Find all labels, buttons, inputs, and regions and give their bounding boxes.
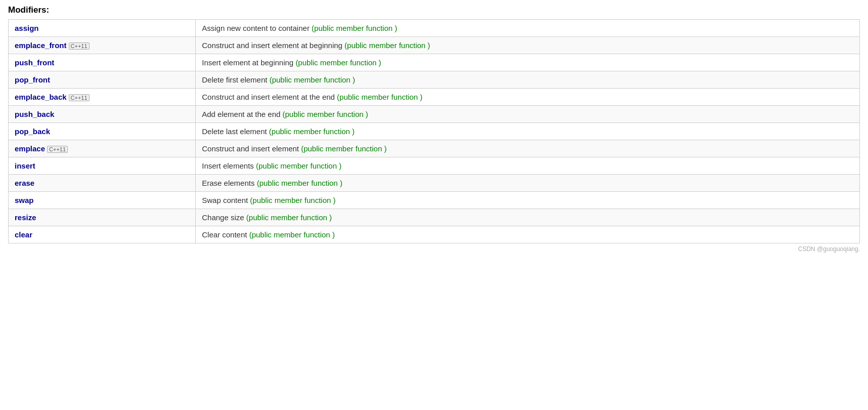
function-description-cell: Insert elements (public member function … [196,157,860,175]
modifiers-table: assignAssign new content to container (p… [8,19,860,243]
function-name-cell[interactable]: emplace_frontC++11 [9,37,196,54]
function-name: clear [15,230,32,239]
description-text: Construct and insert element at beginnin… [202,41,344,50]
function-name-cell[interactable]: push_front [9,54,196,71]
function-name: push_back [15,110,54,118]
member-function-tag: (public member function ) [246,213,332,222]
table-row: pop_frontDelete first element (public me… [9,71,860,89]
member-function-tag: (public member function ) [257,179,342,187]
table-row: eraseErase elements (public member funct… [9,175,860,192]
function-name: pop_front [15,75,50,84]
cpp11-badge: C++11 [69,94,90,101]
description-text: Delete last element [202,127,269,136]
description-text: Add element at the end [202,110,282,118]
function-description-cell: Assign new content to container (public … [196,20,860,37]
function-name: pop_back [15,127,50,136]
description-text: Assign new content to container [202,24,312,32]
function-name: emplace_back [15,93,67,101]
table-row: swapSwap content (public member function… [9,192,860,209]
description-text: Construct and insert element at the end [202,93,337,101]
function-name: emplace [15,144,45,153]
table-row: push_backAdd element at the end (public … [9,106,860,123]
function-description-cell: Swap content (public member function ) [196,192,860,209]
function-description-cell: Clear content (public member function ) [196,226,860,243]
function-description-cell: Change size (public member function ) [196,209,860,226]
function-description-cell: Construct and insert element at the end … [196,89,860,106]
table-row: emplace_backC++11Construct and insert el… [9,89,860,106]
cpp11-badge: C++11 [69,43,90,50]
description-text: Construct and insert element [202,144,301,153]
function-name: erase [15,179,34,187]
description-text: Insert elements [202,161,256,170]
function-name-cell[interactable]: push_back [9,106,196,123]
function-name: resize [15,213,36,222]
member-function-tag: (public member function ) [295,58,381,67]
function-name: assign [15,24,39,32]
function-name-cell[interactable]: swap [9,192,196,209]
function-name-cell[interactable]: resize [9,209,196,226]
function-name-cell[interactable]: insert [9,157,196,175]
member-function-tag: (public member function ) [270,75,355,84]
function-name: emplace_front [15,41,67,50]
table-row: insertInsert elements (public member fun… [9,157,860,175]
table-row: emplaceC++11Construct and insert element… [9,140,860,157]
description-text: Insert element at beginning [202,58,295,67]
function-name-cell[interactable]: pop_back [9,123,196,140]
function-name-cell[interactable]: pop_front [9,71,196,89]
function-name-cell[interactable]: assign [9,20,196,37]
function-name-cell[interactable]: clear [9,226,196,243]
function-name-cell[interactable]: emplace_backC++11 [9,89,196,106]
member-function-tag: (public member function ) [250,196,335,204]
member-function-tag: (public member function ) [269,127,355,136]
cpp11-badge: C++11 [47,146,68,153]
function-name: insert [15,161,35,170]
table-row: push_frontInsert element at beginning (p… [9,54,860,71]
function-name: swap [15,196,34,204]
function-description-cell: Construct and insert element at beginnin… [196,37,860,54]
member-function-tag: (public member function ) [344,41,430,50]
member-function-tag: (public member function ) [301,144,386,153]
member-function-tag: (public member function ) [256,161,341,170]
member-function-tag: (public member function ) [249,230,335,239]
function-description-cell: Delete last element (public member funct… [196,123,860,140]
table-row: resizeChange size (public member functio… [9,209,860,226]
function-description-cell: Erase elements (public member function ) [196,175,860,192]
table-row: assignAssign new content to container (p… [9,20,860,37]
member-function-tag: (public member function ) [312,24,397,32]
function-description-cell: Delete first element (public member func… [196,71,860,89]
function-name-cell[interactable]: erase [9,175,196,192]
function-name: push_front [15,58,54,67]
table-row: pop_backDelete last element (public memb… [9,123,860,140]
member-function-tag: (public member function ) [283,110,368,118]
description-text: Change size [202,213,246,222]
function-description-cell: Construct and insert element (public mem… [196,140,860,157]
function-name-cell[interactable]: emplaceC++11 [9,140,196,157]
watermark: CSDN @guoguoqiang. [8,243,860,253]
description-text: Swap content [202,196,250,204]
description-text: Delete first element [202,75,269,84]
function-description-cell: Insert element at beginning (public memb… [196,54,860,71]
member-function-tag: (public member function ) [337,93,422,101]
function-description-cell: Add element at the end (public member fu… [196,106,860,123]
description-text: Erase elements [202,179,256,187]
table-row: emplace_frontC++11Construct and insert e… [9,37,860,54]
table-row: clearClear content (public member functi… [9,226,860,243]
page-heading: Modifiers: [8,5,860,15]
description-text: Clear content [202,230,249,239]
